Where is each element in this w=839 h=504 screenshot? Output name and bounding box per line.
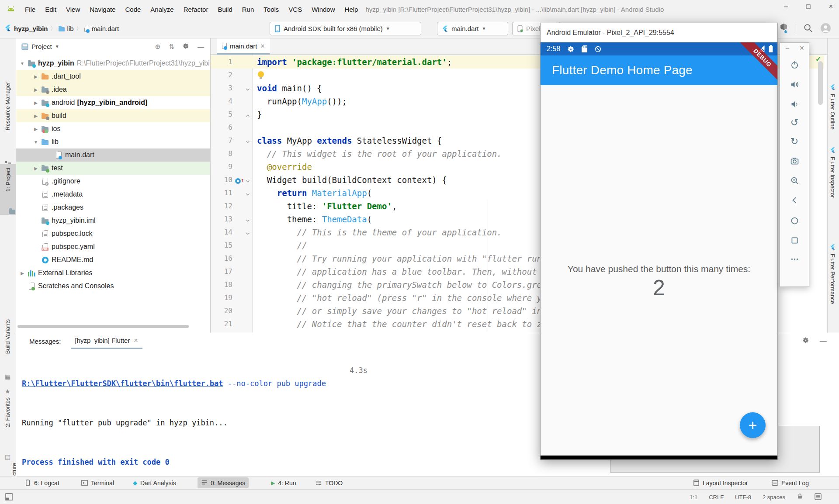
menu-item-navigate[interactable]: Navigate — [85, 6, 120, 13]
tree-row-external-libraries[interactable]: ▶External Libraries — [16, 266, 211, 280]
tree-chevron-icon[interactable]: ▼ — [31, 140, 40, 145]
menu-item-vcs[interactable]: VCS — [284, 6, 307, 13]
status-line-ending[interactable]: CRLF — [709, 494, 724, 501]
tree-chevron-icon[interactable]: ▶ — [31, 87, 40, 92]
tree-row--gitignore[interactable]: ⊘.gitignore — [16, 175, 211, 188]
overview-icon[interactable] — [789, 235, 800, 245]
breadcrumb-file[interactable]: main.dart — [92, 25, 119, 32]
editor-scrollbar[interactable] — [818, 61, 823, 105]
rotate-left-icon[interactable]: ↺ — [789, 117, 800, 128]
hide-panel-icon[interactable]: — — [195, 43, 207, 50]
toolbar-button-todo[interactable]: TODO — [312, 477, 346, 488]
volume-down-icon[interactable] — [789, 99, 800, 109]
menu-item-run[interactable]: Run — [237, 6, 259, 13]
close-tab-icon[interactable]: ✕ — [133, 337, 138, 344]
device-selector-dropdown[interactable]: Android SDK built for x86 (mobile) ▼ — [270, 22, 421, 35]
tab-main-dart[interactable]: main.dart ✕ — [217, 38, 270, 55]
emulator-title-bar[interactable]: Android Emulator - Pixel_2_API_29:5554 — [541, 23, 777, 42]
toolbar-button-event-log[interactable]: Event Log — [768, 477, 812, 488]
tree-row-pubspec-lock[interactable]: pubspec.lock — [16, 227, 211, 240]
tab-project[interactable]: 1: Project — [0, 164, 16, 215]
toolbar-button-layout-inspector[interactable]: Layout Inspector — [690, 477, 752, 488]
zoom-icon[interactable] — [789, 175, 800, 186]
back-icon[interactable] — [789, 195, 800, 205]
tree-row-lib[interactable]: ▼lib — [16, 135, 211, 148]
breadcrumb-project[interactable]: hyzp_yibin — [14, 25, 48, 32]
toolbar-button-4-run[interactable]: ▶4: Run — [267, 477, 299, 488]
menu-item-refactor[interactable]: Refactor — [179, 6, 213, 13]
tree-row-scratches-and-consoles[interactable]: Scratches and Consoles — [16, 280, 211, 293]
tab-flutter-performance[interactable]: Flutter Performance — [829, 244, 836, 304]
status-file-encoding[interactable]: UTF-8 — [735, 494, 751, 501]
tree-row-test[interactable]: ▶test — [16, 162, 211, 175]
more-icon[interactable] — [789, 254, 800, 264]
tab-flutter-inspector[interactable]: Flutter Inspector — [829, 147, 836, 198]
tree-row-readme-md[interactable]: README.md — [16, 253, 211, 266]
override-marker-icon[interactable]: ↑ — [235, 175, 246, 185]
locate-file-icon[interactable]: ⊕ — [153, 43, 163, 51]
tree-chevron-icon[interactable]: ▶ — [31, 100, 40, 105]
build-icon[interactable]: ▦ — [5, 373, 10, 380]
menu-item-tools[interactable]: Tools — [259, 6, 284, 13]
tree-row-main-dart[interactable]: main.dart — [16, 148, 211, 162]
profile-avatar-icon[interactable] — [820, 23, 831, 35]
fab-increment-button[interactable]: + — [740, 412, 766, 438]
fold-marker-icon[interactable] — [245, 216, 251, 225]
power-icon[interactable] — [789, 59, 800, 70]
hide-panel-icon[interactable]: — — [820, 337, 827, 345]
tree-row-pubspec-yaml[interactable]: YMLpubspec.yaml — [16, 240, 211, 253]
sdk-manager-icon[interactable] — [779, 23, 789, 35]
menu-item-analyze[interactable]: Analyze — [146, 6, 178, 13]
tree-row-android[interactable]: ▶android[hyzp_yibin_android] — [16, 96, 211, 109]
toolbar-button-dart-analysis[interactable]: ◆Dart Analysis — [129, 477, 180, 488]
close-tab-icon[interactable]: ✕ — [260, 43, 265, 49]
toolbar-button-0-messages[interactable]: 0: Messages — [198, 477, 249, 488]
fold-marker-icon[interactable] — [245, 176, 251, 186]
search-everywhere-icon[interactable] — [803, 23, 813, 35]
status-caret-position[interactable]: 1:1 — [690, 494, 697, 501]
horizontal-scrollbar[interactable] — [17, 325, 189, 328]
tree-row-ios[interactable]: ▶ios — [16, 122, 211, 135]
tree-chevron-icon[interactable]: ▼ — [18, 61, 27, 66]
menu-item-code[interactable]: Code — [120, 6, 146, 13]
toolbar-button-terminal[interactable]: Terminal — [78, 477, 118, 488]
tree-chevron-icon[interactable]: ▶ — [31, 114, 40, 118]
fold-marker-icon[interactable] — [245, 190, 251, 199]
fold-marker-icon[interactable] — [245, 111, 251, 121]
lock-icon[interactable] — [797, 493, 803, 501]
fold-marker-icon[interactable] — [245, 137, 251, 147]
collapse-all-icon[interactable]: ⇅ — [166, 43, 177, 51]
tree-row--metadata[interactable]: .metadata — [16, 188, 211, 201]
menu-item-help[interactable]: Help — [340, 6, 363, 13]
gear-icon[interactable] — [180, 43, 192, 51]
menu-item-window[interactable]: Window — [307, 6, 340, 13]
tab-resource-manager[interactable]: Resource Manager — [4, 82, 11, 131]
menu-item-file[interactable]: File — [20, 6, 40, 13]
menu-item-view[interactable]: View — [61, 6, 85, 13]
run-config-dropdown[interactable]: main.dart ▼ — [437, 22, 508, 35]
toolbar-button-6-logcat[interactable]: 6: Logcat — [21, 477, 63, 488]
status-indent-setting[interactable]: 2 spaces — [763, 494, 785, 501]
maximize-window-icon[interactable]: □ — [806, 3, 811, 10]
menu-item-edit[interactable]: Edit — [40, 6, 61, 13]
fold-marker-icon[interactable] — [245, 85, 251, 94]
tree-row--packages[interactable]: .packages — [16, 201, 211, 214]
project-view-selector[interactable]: Project — [31, 43, 52, 50]
intention-bulb-icon[interactable] — [258, 71, 264, 77]
camera-icon[interactable] — [789, 155, 800, 166]
close-emulator-icon[interactable]: ✕ — [799, 45, 804, 52]
tree-chevron-icon[interactable]: ▶ — [31, 127, 40, 131]
tool-window-toggle-icon[interactable] — [5, 493, 13, 502]
close-window-icon[interactable]: × — [829, 3, 833, 10]
tab-favorites[interactable]: 2: Favorites — [4, 397, 11, 427]
volume-up-icon[interactable] — [789, 79, 800, 90]
tree-row--idea[interactable]: ▶.idea — [16, 83, 211, 96]
menu-item-build[interactable]: Build — [213, 6, 237, 13]
flutter-bat-link[interactable]: R:\Flutter\FlutterSDK\flutter\bin\flutte… — [22, 379, 223, 388]
breadcrumb-folder[interactable]: lib — [67, 25, 74, 32]
minimize-emulator-icon[interactable]: – — [786, 45, 789, 52]
tree-row-build[interactable]: ▶build — [16, 109, 211, 122]
home-icon[interactable] — [789, 215, 800, 226]
rotate-right-icon[interactable]: ↻ — [789, 136, 800, 147]
minimize-window-icon[interactable]: – — [784, 3, 788, 10]
